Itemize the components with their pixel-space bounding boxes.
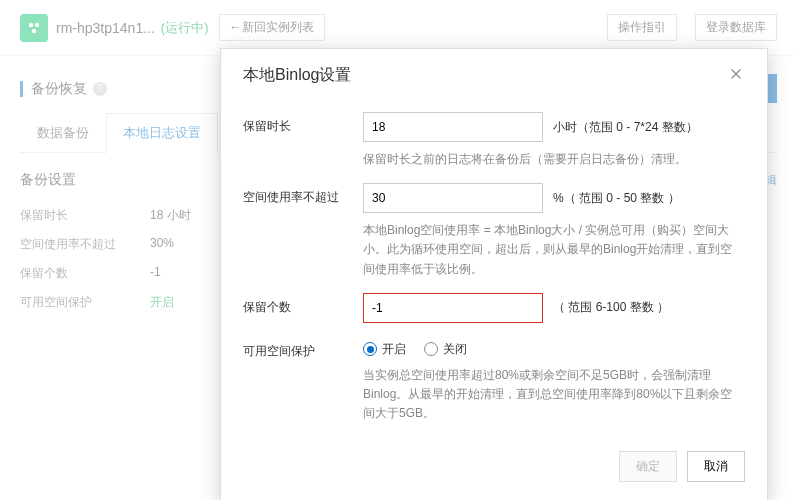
radio-label: 开启 — [382, 341, 406, 358]
binlog-settings-modal: 本地Binlog设置 保留时长 小时（范围 0 - 7*24 整数） 保留时长之… — [220, 48, 768, 500]
close-icon[interactable] — [727, 65, 745, 86]
hint: （ 范围 6-100 整数 ） — [553, 299, 669, 316]
form-row-space-protect: 可用空间保护 开启 关闭 当实例总空间使用率超过80%或剩余空间不足5GB时，会… — [243, 327, 745, 428]
radio-icon — [363, 342, 377, 356]
form-label: 可用空间保护 — [243, 337, 363, 360]
space-usage-input[interactable] — [363, 183, 543, 213]
retention-count-input[interactable] — [363, 293, 543, 323]
form-row-space-usage: 空间使用率不超过 %（ 范围 0 - 50 整数 ） 本地Binlog空间使用率… — [243, 173, 745, 283]
desc: 本地Binlog空间使用率 = 本地Binlog大小 / 实例总可用（购买）空间… — [363, 221, 743, 279]
ok-button[interactable]: 确定 — [619, 451, 677, 482]
radio-icon — [424, 342, 438, 356]
radio-on[interactable]: 开启 — [363, 341, 406, 358]
form-row-retention-hours: 保留时长 小时（范围 0 - 7*24 整数） 保留时长之前的日志将在备份后（需… — [243, 102, 745, 173]
form-label: 空间使用率不超过 — [243, 183, 363, 206]
modal-title: 本地Binlog设置 — [243, 65, 351, 86]
retention-hours-input[interactable] — [363, 112, 543, 142]
desc: 当实例总空间使用率超过80%或剩余空间不足5GB时，会强制清理Binlog。从最… — [363, 366, 743, 424]
form-label: 保留个数 — [243, 293, 363, 316]
form-row-retention-count: 保留个数 （ 范围 6-100 整数 ） — [243, 283, 745, 327]
form-label: 保留时长 — [243, 112, 363, 135]
radio-label: 关闭 — [443, 341, 467, 358]
hint: %（ 范围 0 - 50 整数 ） — [553, 190, 680, 207]
radio-off[interactable]: 关闭 — [424, 341, 467, 358]
cancel-button[interactable]: 取消 — [687, 451, 745, 482]
hint: 小时（范围 0 - 7*24 整数） — [553, 119, 698, 136]
desc: 保留时长之前的日志将在备份后（需要开启日志备份）清理。 — [363, 150, 743, 169]
